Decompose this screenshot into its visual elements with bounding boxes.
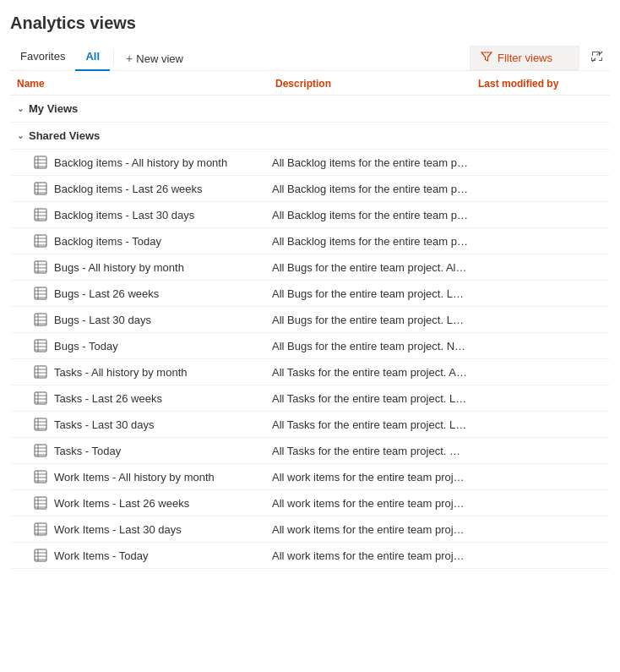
table-row[interactable]: Work Items - Today All work items for th… xyxy=(10,543,610,569)
row-description: All Tasks for the entire team project. L… xyxy=(272,418,475,431)
plus-icon: + xyxy=(126,52,133,65)
row-name-cell: Backlog items - Last 30 days xyxy=(10,208,272,221)
row-name: Work Items - Today xyxy=(54,549,149,562)
column-description: Description xyxy=(272,78,475,90)
row-description: All Bugs for the entire team project. La… xyxy=(272,314,475,326)
table-row[interactable]: Backlog items - Last 26 weeks All Backlo… xyxy=(10,176,610,202)
row-name-cell: Tasks - Last 26 weeks xyxy=(10,391,272,405)
row-description: All Backlog items for the entire team pr… xyxy=(272,235,475,248)
grid-icon xyxy=(34,287,47,300)
table-row[interactable]: Tasks - Last 26 weeks All Tasks for the … xyxy=(10,385,610,412)
new-view-label: New view xyxy=(136,52,183,65)
row-name-cell: Bugs - All history by month xyxy=(10,260,272,274)
column-name: Name xyxy=(10,78,272,90)
row-name: Bugs - Today xyxy=(54,340,118,352)
grid-icon xyxy=(34,156,47,169)
table-header: Name Description Last modified by xyxy=(10,71,610,96)
row-description: All Backlog items for the entire team pr… xyxy=(272,156,475,169)
chevron-icon: ⌄ xyxy=(17,104,24,113)
tabs-container: Favorites All + New view xyxy=(10,45,192,70)
row-name: Work Items - Last 30 days xyxy=(54,523,182,536)
table-row[interactable]: Work Items - Last 26 weeks All work item… xyxy=(10,490,610,516)
row-description: All Tasks for the entire team project. N… xyxy=(272,445,475,457)
grid-icon xyxy=(34,339,47,352)
row-description: All Bugs for the entire team project. No… xyxy=(272,340,475,352)
row-name: Bugs - Last 30 days xyxy=(54,314,151,326)
row-description: All Bugs for the entire team project. Al… xyxy=(272,261,475,274)
row-name: Bugs - All history by month xyxy=(54,261,184,274)
grid-icon xyxy=(34,182,47,195)
row-name: Tasks - All history by month xyxy=(54,366,188,379)
row-name: Tasks - Last 26 weeks xyxy=(54,392,162,405)
row-description: All work items for the entire team proje… xyxy=(272,497,475,510)
tab-divider xyxy=(113,49,114,66)
grid-icon xyxy=(34,313,47,326)
section-label: My Views xyxy=(29,102,78,115)
table-row[interactable]: Backlog items - Last 30 days All Backlog… xyxy=(10,202,610,228)
section-label: Shared Views xyxy=(29,129,100,142)
section-1[interactable]: ⌄ Shared Views xyxy=(10,123,610,150)
new-view-button[interactable]: + New view xyxy=(117,46,192,70)
row-name-cell: Work Items - Today xyxy=(10,549,272,562)
row-name-cell: Backlog items - Last 26 weeks xyxy=(10,182,272,195)
row-description: All Tasks for the entire team project. A… xyxy=(272,366,475,379)
table-row[interactable]: Bugs - All history by month All Bugs for… xyxy=(10,254,610,281)
page-title: Analytics views xyxy=(10,14,610,33)
table-row[interactable]: Tasks - Last 30 days All Tasks for the e… xyxy=(10,412,610,438)
table-row[interactable]: Work Items - All history by month All wo… xyxy=(10,464,610,490)
grid-icon xyxy=(34,496,47,510)
toolbar: Favorites All + New view Filter views xyxy=(10,45,610,71)
row-description: All Backlog items for the entire team pr… xyxy=(272,209,475,221)
section-0[interactable]: ⌄ My Views xyxy=(10,96,610,123)
table-row[interactable]: Bugs - Today All Bugs for the entire tea… xyxy=(10,333,610,359)
expand-button[interactable] xyxy=(585,46,610,69)
row-name: Tasks - Last 30 days xyxy=(54,418,155,431)
row-name: Backlog items - Last 30 days xyxy=(54,209,194,221)
row-name: Backlog items - Today xyxy=(54,235,161,248)
row-name-cell: Bugs - Last 26 weeks xyxy=(10,287,272,300)
table-row[interactable]: Work Items - Last 30 days All work items… xyxy=(10,516,610,543)
table-row[interactable]: Backlog items - All history by month All… xyxy=(10,150,610,176)
grid-icon xyxy=(34,260,47,274)
table-row[interactable]: Bugs - Last 26 weeks All Bugs for the en… xyxy=(10,281,610,307)
table-row[interactable]: Backlog items - Today All Backlog items … xyxy=(10,228,610,254)
sections-container: ⌄ My Views ⌄ Shared Views Backlog items … xyxy=(10,96,610,569)
table-row[interactable]: Bugs - Last 30 days All Bugs for the ent… xyxy=(10,307,610,333)
chevron-icon: ⌄ xyxy=(17,131,24,140)
grid-icon xyxy=(34,365,47,379)
row-name-cell: Backlog items - All history by month xyxy=(10,156,272,169)
row-description: All Tasks for the entire team project. L… xyxy=(272,392,475,405)
row-name: Backlog items - All history by month xyxy=(54,156,227,169)
grid-icon xyxy=(34,522,47,536)
row-name-cell: Work Items - All history by month xyxy=(10,470,272,484)
column-last-modified: Last modified by xyxy=(475,78,610,90)
row-name-cell: Tasks - Today xyxy=(10,444,272,457)
grid-icon xyxy=(34,418,47,431)
grid-icon xyxy=(34,208,47,221)
toolbar-right: Filter views xyxy=(470,46,610,70)
row-description: All work items for the entire team proje… xyxy=(272,549,475,562)
row-description: All Bugs for the entire team project. La… xyxy=(272,287,475,300)
row-name: Tasks - Today xyxy=(54,445,121,457)
filter-views-label: Filter views xyxy=(498,52,552,64)
row-name-cell: Bugs - Last 30 days xyxy=(10,313,272,326)
row-name-cell: Work Items - Last 30 days xyxy=(10,522,272,536)
row-description: All Backlog items for the entire team pr… xyxy=(272,183,475,195)
row-name-cell: Work Items - Last 26 weeks xyxy=(10,496,272,510)
row-name-cell: Bugs - Today xyxy=(10,339,272,352)
grid-icon xyxy=(34,470,47,484)
row-name-cell: Tasks - All history by month xyxy=(10,365,272,379)
table-row[interactable]: Tasks - All history by month All Tasks f… xyxy=(10,359,610,385)
grid-icon xyxy=(34,549,47,562)
row-description: All work items for the entire team proje… xyxy=(272,523,475,536)
tab-all[interactable]: All xyxy=(75,45,110,71)
row-description: All work items for the entire team proje… xyxy=(272,471,475,484)
row-name: Bugs - Last 26 weeks xyxy=(54,287,159,300)
table-row[interactable]: Tasks - Today All Tasks for the entire t… xyxy=(10,438,610,464)
filter-views-button[interactable]: Filter views xyxy=(470,46,579,70)
row-name: Work Items - All history by month xyxy=(54,471,215,484)
row-name: Backlog items - Last 26 weeks xyxy=(54,183,203,195)
row-name-cell: Backlog items - Today xyxy=(10,234,272,248)
row-name: Work Items - Last 26 weeks xyxy=(54,497,189,510)
tab-favorites[interactable]: Favorites xyxy=(10,45,75,71)
